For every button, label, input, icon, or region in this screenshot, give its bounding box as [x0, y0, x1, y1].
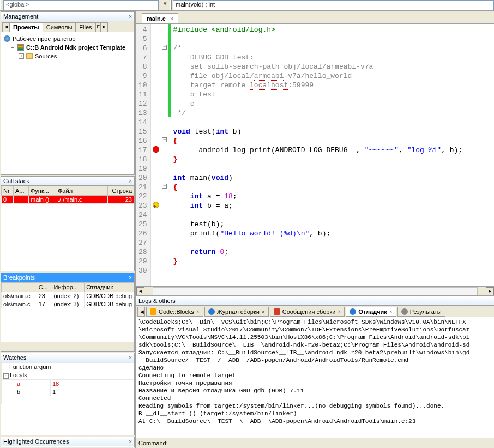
close-icon[interactable]: × — [129, 14, 132, 20]
col-nr[interactable]: Nr — [2, 186, 14, 196]
breakpoints-table[interactable]: С... Инфор... Отладчик ols\main.c23(inde… — [1, 282, 134, 308]
function-combo[interactable]: main(void) : int — [173, 0, 494, 10]
col-info[interactable]: Инфор... — [52, 283, 85, 292]
close-icon[interactable]: × — [129, 355, 132, 361]
search-icon — [401, 308, 408, 315]
watch-locals[interactable]: −Locals — [2, 371, 134, 380]
editor-tab-main-c[interactable]: main.c× — [142, 13, 178, 23]
highlighted-occurrences-panel: Highlighted Occurrences× — [1, 437, 135, 447]
hocc-title: Highlighted Occurrences× — [1, 437, 134, 446]
marker-margin[interactable] — [151, 24, 161, 286]
watch-row[interactable]: b1 — [2, 388, 134, 396]
watch-empty-row[interactable] — [2, 396, 134, 404]
logs-panel: Logs & others ◄ Code::Blocks× Журнал сбо… — [136, 295, 494, 448]
grip[interactable] — [0, 0, 2, 10]
close-icon[interactable]: × — [129, 275, 132, 281]
scope-dropdown-icon[interactable]: ▾ — [161, 0, 168, 10]
col-file[interactable] — [2, 283, 37, 292]
fold-margin[interactable]: −−− — [161, 24, 168, 286]
folder-icon — [26, 53, 33, 59]
close-icon[interactable]: × — [196, 309, 200, 315]
management-panel: Management × ◄ Проекты Символы Files F ►… — [1, 11, 135, 175]
watches-title: Watches× — [1, 353, 134, 362]
col-line[interactable]: С... — [37, 283, 52, 292]
tab-symbols[interactable]: Символы — [43, 22, 76, 32]
col-addr[interactable]: А... — [14, 186, 29, 196]
col-line[interactable]: Строка — [108, 186, 134, 196]
command-label: Command: — [138, 440, 168, 446]
current-line-icon — [153, 202, 159, 208]
callstack-table[interactable]: Nr А... Функ... Файл Строка 0 main () ./… — [1, 186, 134, 204]
editor-tabbar: main.c× — [136, 11, 494, 24]
globe-icon — [4, 35, 10, 42]
col-func[interactable]: Функ... — [29, 186, 56, 196]
tree-sources[interactable]: +Sources — [3, 52, 132, 60]
close-icon[interactable]: × — [262, 309, 265, 315]
scroll-left-icon[interactable]: ◄ — [136, 287, 144, 295]
editor-scrollbar-h[interactable]: ◄ ► — [136, 286, 494, 295]
log-output[interactable]: \CodeBlocks;C:\__Bin\__VCS\Git\bin;C:\Pr… — [136, 317, 494, 438]
close-icon[interactable]: × — [129, 178, 132, 184]
close-icon[interactable]: × — [129, 439, 132, 445]
fold-icon[interactable]: − — [162, 45, 167, 50]
logtab-buildmsg[interactable]: Сообщения сборки× — [270, 307, 345, 317]
fold-icon[interactable]: − — [162, 184, 167, 189]
tree-project[interactable]: −C::B Android Ndk project Template — [3, 43, 132, 52]
line-number-gutter: 4567891011121314151617181920212223242526… — [136, 24, 151, 286]
tab-nav-left[interactable]: ◄ — [2, 22, 10, 32]
watches-panel: Watches× Function argum −Locals a18 b1 — [1, 353, 135, 435]
collapse-icon[interactable]: − — [10, 45, 15, 50]
tree-workspace[interactable]: Рабочее пространство — [3, 34, 132, 43]
toolbar-scope: <global> ▾ main(void) : int — [0, 0, 494, 11]
breakpoints-panel: Breakpoints× С... Инфор... Отладчик ols\… — [1, 273, 135, 352]
breakpoints-title: Breakpoints× — [1, 273, 134, 282]
grip[interactable] — [170, 0, 172, 10]
tab-files[interactable]: Files — [75, 22, 95, 32]
code-area[interactable]: #include <android/log.h> /* DEBUG GDB te… — [171, 24, 463, 286]
close-icon[interactable]: × — [338, 309, 341, 315]
close-icon[interactable]: × — [170, 15, 173, 22]
watch-row[interactable]: a18 — [2, 379, 134, 388]
watches-table[interactable]: Function argum −Locals a18 b1 — [1, 362, 134, 404]
col-file[interactable]: Файл — [56, 186, 108, 196]
fold-icon[interactable]: − — [162, 137, 167, 142]
cb-icon — [17, 44, 24, 51]
col-dbg[interactable]: Отладчик — [85, 283, 134, 292]
breakpoint-row[interactable]: ols\main.c23(index: 2)GDB/CDB debug — [2, 292, 134, 300]
collapse-icon[interactable]: − — [3, 373, 9, 379]
callstack-panel: Call stack× Nr А... Функ... Файл Строка … — [1, 176, 135, 271]
logtab-nav-left[interactable]: ◄ — [137, 307, 145, 317]
logs-tabbar: ◄ Code::Blocks× Журнал сборки× Сообщения… — [136, 306, 494, 317]
management-title: Management × — [1, 12, 134, 21]
logtab-debugger[interactable]: Отладчик× — [346, 307, 396, 317]
project-tree[interactable]: Рабочее пространство −C::B Android Ndk p… — [1, 32, 134, 174]
bug-icon — [350, 308, 356, 315]
expand-icon[interactable]: + — [19, 53, 24, 59]
scroll-track[interactable] — [153, 287, 478, 295]
logtab-codeblocks[interactable]: Code::Blocks× — [146, 307, 203, 317]
watch-funcargs[interactable]: Function argum — [2, 363, 134, 371]
logtab-results[interactable]: Результаты — [397, 307, 445, 317]
pencil-icon — [150, 308, 156, 315]
code-editor[interactable]: 4567891011121314151617181920212223242526… — [136, 24, 494, 286]
gear-icon — [208, 308, 215, 315]
tab-projects[interactable]: Проекты — [9, 22, 43, 32]
mgmt-tabs: ◄ Проекты Символы Files F ► — [1, 21, 134, 32]
logs-title: Logs & others — [136, 296, 494, 306]
breakpoint-icon[interactable] — [153, 146, 159, 153]
scrollbar-h[interactable] — [1, 342, 134, 351]
scroll-right-icon[interactable]: ► — [486, 287, 494, 295]
close-icon[interactable]: × — [389, 309, 393, 315]
flag-icon — [274, 308, 280, 315]
callstack-row[interactable]: 0 main () ././main.c 23 — [2, 196, 134, 204]
debugger-command-bar: Command: — [136, 438, 494, 448]
scope-combo[interactable]: <global> — [3, 0, 159, 10]
breakpoint-row[interactable]: ols\main.c17(index: 3)GDB/CDB debug — [2, 300, 134, 308]
callstack-title: Call stack× — [1, 177, 134, 186]
logtab-buildlog[interactable]: Журнал сборки× — [204, 307, 269, 317]
tab-nav-right[interactable]: ► — [100, 22, 108, 32]
